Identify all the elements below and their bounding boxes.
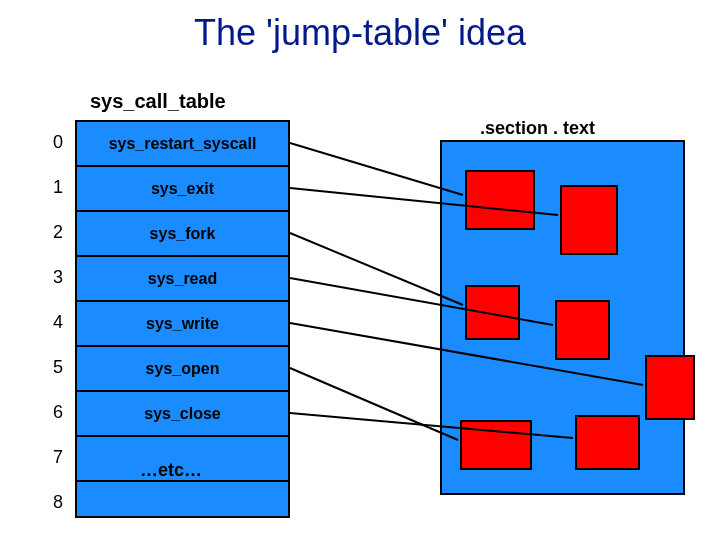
code-block-0: [465, 170, 535, 230]
row-index-8: 8: [48, 492, 68, 513]
row-index-5: 5: [48, 357, 68, 378]
slide-title: The 'jump-table' idea: [0, 12, 720, 54]
jump-row-0: sys_restart_syscall: [77, 122, 288, 167]
jump-row-5: sys_open: [77, 347, 288, 392]
code-block-4: [645, 355, 695, 420]
jump-row-2: sys_fork: [77, 212, 288, 257]
row-index-7: 7: [48, 447, 68, 468]
table-header-label: sys_call_table: [90, 90, 226, 113]
code-block-1: [560, 185, 618, 255]
jump-row-3: sys_read: [77, 257, 288, 302]
jump-row-6: sys_close: [77, 392, 288, 437]
row-index-2: 2: [48, 222, 68, 243]
row-index-1: 1: [48, 177, 68, 198]
connector-0: [290, 143, 463, 195]
row-index-4: 4: [48, 312, 68, 333]
row-index-3: 3: [48, 267, 68, 288]
code-block-3: [555, 300, 610, 360]
jump-row-8: [77, 482, 288, 516]
jump-row-4: sys_write: [77, 302, 288, 347]
row-index-6: 6: [48, 402, 68, 423]
etc-label: …etc…: [140, 460, 202, 481]
jump-table: sys_restart_syscall sys_exit sys_fork sy…: [75, 120, 290, 518]
section-text-label: .section . text: [480, 118, 595, 139]
connector-2: [290, 233, 463, 305]
code-block-2: [465, 285, 520, 340]
code-block-5: [460, 420, 532, 470]
jump-row-1: sys_exit: [77, 167, 288, 212]
code-block-6: [575, 415, 640, 470]
connector-5: [290, 368, 458, 440]
row-index-0: 0: [48, 132, 68, 153]
